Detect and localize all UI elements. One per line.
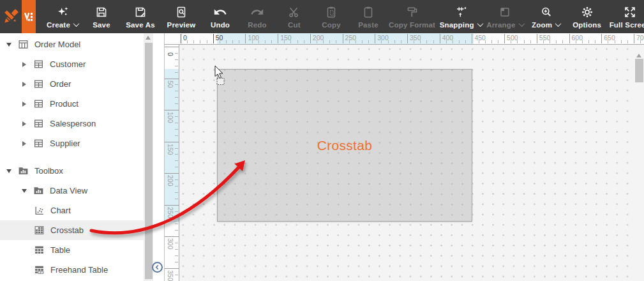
tree-item-table[interactable]: Table (0, 240, 144, 260)
expand-chevron-icon[interactable] (20, 141, 28, 146)
tree-item-label: Order Model (34, 40, 80, 49)
expand-chevron-icon[interactable] (20, 62, 28, 67)
ruler-label: 200 (310, 34, 324, 43)
tree-item-product[interactable]: Product (0, 94, 144, 114)
expand-arrows-icon (623, 5, 637, 19)
ruler-label: 350 (165, 268, 179, 281)
options-button[interactable]: Options (567, 0, 608, 33)
tree-item-salesperson[interactable]: Salesperson (0, 114, 144, 133)
collapse-chevron-icon[interactable] (20, 189, 28, 193)
magnifier-plus-icon (539, 5, 553, 19)
tree-item-chart[interactable]: Chart (0, 201, 144, 220)
canvas-scrollbar[interactable] (634, 45, 644, 281)
cut-button[interactable]: Cut (276, 0, 313, 33)
ruler-label: 500 (504, 34, 518, 43)
ruler-label: 300 (375, 34, 389, 43)
app-window: Create Save Save As Preview (0, 0, 644, 281)
tree-item-order[interactable]: Order (0, 74, 144, 94)
save-as-button[interactable]: Save As (120, 0, 161, 33)
tree-item-freehand-table[interactable]: f Freehand Table (0, 260, 144, 280)
entity-table-icon (33, 59, 44, 70)
ruler-label: 50 (213, 34, 223, 43)
table-grid-icon (34, 245, 45, 255)
tree-item-label: Toolbox (34, 166, 63, 176)
crosstab-element-label: Crosstab (317, 138, 372, 153)
ruler-label: 0 (165, 47, 179, 59)
tree-item-toolbox[interactable]: Toolbox (0, 161, 144, 181)
save-button[interactable]: Save (83, 0, 120, 33)
copy-button[interactable]: Copy (313, 0, 350, 33)
explorer-tree: Order Model Customer Order (0, 34, 144, 280)
crosstab-element[interactable]: Crosstab (217, 69, 472, 222)
chevron-down-icon (73, 20, 80, 27)
tree-item-label: Table (50, 245, 70, 255)
tree-item-crosstab[interactable]: Crosstab (0, 220, 144, 240)
chevron-down-icon (477, 20, 483, 27)
active-document-tab[interactable] (22, 0, 36, 33)
redo-arrow-icon (250, 5, 264, 19)
clipboard-icon (361, 5, 375, 19)
collapse-chevron-icon[interactable] (5, 169, 13, 173)
entity-table-icon (33, 98, 44, 109)
zoom-button[interactable]: Zoom (526, 0, 567, 33)
snap-grid-icon (454, 5, 468, 19)
expand-chevron-icon[interactable] (20, 82, 28, 87)
redo-label: Redo (248, 21, 267, 29)
workspace: Order Model Customer Order (0, 33, 644, 281)
create-button[interactable]: Create (42, 0, 83, 33)
chevron-down-icon (518, 20, 525, 27)
undo-button[interactable]: Undo (202, 0, 239, 33)
page-magnifier-icon (174, 5, 188, 19)
ruler-label: 250 (343, 34, 357, 43)
chevron-left-icon (154, 264, 160, 270)
full-screen-button[interactable]: Full Screen (608, 0, 644, 33)
tree-item-label: Freehand Table (50, 265, 108, 275)
expand-chevron-icon[interactable] (20, 102, 28, 107)
save-label: Save (93, 21, 110, 29)
collapse-chevron-icon[interactable] (5, 43, 13, 47)
design-canvas[interactable]: Crosstab (179, 45, 644, 281)
collapse-sidebar-button[interactable] (152, 262, 163, 273)
copy-label: Copy (322, 21, 341, 29)
arrange-panels-icon (498, 5, 512, 19)
preview-button[interactable]: Preview (161, 0, 202, 33)
scroll-up-arrow-icon[interactable] (636, 54, 641, 57)
redo-button[interactable]: Redo (239, 0, 276, 33)
crosstab-grid-icon (34, 225, 45, 236)
scatter-chart-icon (34, 205, 45, 216)
scroll-up-arrow-icon[interactable] (146, 36, 151, 40)
sparkle-icon (56, 5, 70, 19)
create-label: Create (47, 21, 70, 29)
tree-item-customer[interactable]: Customer (0, 54, 144, 74)
tree-item-order-model[interactable]: Order Model (0, 34, 144, 54)
ruler-label: 350 (407, 34, 421, 43)
tree-item-label: Order (50, 79, 71, 89)
arrange-button[interactable]: Arrange (484, 0, 526, 33)
ruler-label: 450 (472, 34, 486, 43)
tree-item-label: Product (50, 99, 79, 109)
ruler-label: 650 (601, 34, 615, 43)
options-label: Options (573, 21, 601, 29)
vertical-ruler: 050100150200250300350 (165, 45, 179, 281)
tree-item-data-view[interactable]: Data View (0, 181, 144, 201)
ruler-label: 100 (165, 110, 179, 126)
ruler-label: 250 (165, 205, 179, 221)
ruler-corner (165, 33, 179, 45)
ruler-label: 300 (165, 236, 179, 252)
tree-item-supplier[interactable]: Supplier (0, 133, 144, 153)
snapping-button[interactable]: Snapping (437, 0, 484, 33)
arrange-label: Arrange (486, 21, 516, 29)
preview-label: Preview (167, 21, 196, 29)
save-as-label: Save As (126, 21, 155, 29)
entity-table-icon (33, 79, 44, 89)
canvas-scrollbar-thumb[interactable] (635, 59, 643, 82)
ruler-label: 400 (440, 34, 454, 43)
tree-item-label: Chart (50, 206, 71, 215)
paste-button[interactable]: Paste (350, 0, 387, 33)
expand-chevron-icon[interactable] (20, 121, 28, 126)
sidebar-scrollbar[interactable] (144, 33, 153, 281)
sidebar-scrollbar-thumb[interactable] (145, 43, 153, 279)
copy-format-button[interactable]: Copy Format (387, 0, 437, 33)
tree-item-label: Customer (50, 59, 86, 69)
ruler-label: 0 (181, 34, 187, 43)
